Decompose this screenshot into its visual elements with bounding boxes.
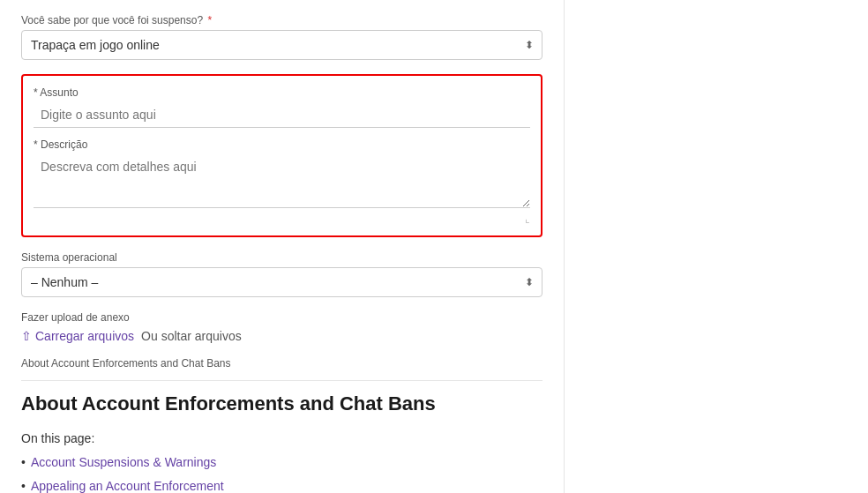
os-label: Sistema operacional (21, 251, 542, 264)
page-container: Você sabe por que você foi suspenso? * T… (0, 0, 868, 493)
upload-section: Fazer upload de anexo ⇧ Carregar arquivo… (21, 311, 542, 343)
upload-button[interactable]: ⇧ Carregar arquivos (21, 329, 134, 343)
toc-bullet: • (21, 454, 26, 472)
toc-link[interactable]: Appealing an Account Enforcement (31, 478, 224, 493)
reason-field-group: Você sabe por que você foi suspenso? * T… (21, 14, 542, 60)
article-breadcrumb: About Account Enforcements and Chat Bans (21, 357, 542, 370)
description-field: * Descrição ⌞ (34, 138, 530, 225)
left-panel: Você sabe por que você foi suspenso? * T… (0, 0, 565, 493)
description-label: * Descrição (34, 138, 530, 151)
divider (21, 380, 542, 381)
resize-icon: ⌞ (525, 213, 530, 225)
upload-controls: ⇧ Carregar arquivos Ou soltar arquivos (21, 329, 542, 343)
subject-field: * Assunto (34, 86, 530, 128)
subject-description-box: * Assunto * Descrição ⌞ (21, 74, 542, 237)
reason-select-wrapper: Trapaça em jogo online ⬍ (21, 30, 542, 60)
article-title: About Account Enforcements and Chat Bans (21, 392, 542, 417)
subject-input[interactable] (34, 102, 530, 128)
resize-handle: ⌞ (34, 211, 530, 225)
toc-list: • Account Suspensions & Warnings • Appea… (21, 454, 542, 493)
toc-item: • Account Suspensions & Warnings (21, 454, 542, 472)
right-panel (565, 0, 868, 493)
toc-item: • Appealing an Account Enforcement (21, 478, 542, 493)
reason-select[interactable]: Trapaça em jogo online (21, 30, 542, 60)
upload-or-text: Ou soltar arquivos (141, 329, 242, 343)
toc-link[interactable]: Account Suspensions & Warnings (31, 454, 216, 472)
os-select-wrapper: – Nenhum – ⬍ (21, 267, 542, 297)
upload-label: Fazer upload de anexo (21, 311, 542, 324)
upload-icon: ⇧ (21, 329, 32, 343)
description-textarea[interactable] (34, 154, 530, 208)
reason-required-mark: * (208, 14, 213, 26)
reason-label: Você sabe por que você foi suspenso? * (21, 14, 542, 26)
os-field-group: Sistema operacional – Nenhum – ⬍ (21, 251, 542, 297)
os-select[interactable]: – Nenhum – (21, 267, 542, 297)
on-this-page-label: On this page: (21, 431, 542, 445)
subject-label: * Assunto (34, 86, 530, 99)
toc-bullet: • (21, 478, 26, 493)
